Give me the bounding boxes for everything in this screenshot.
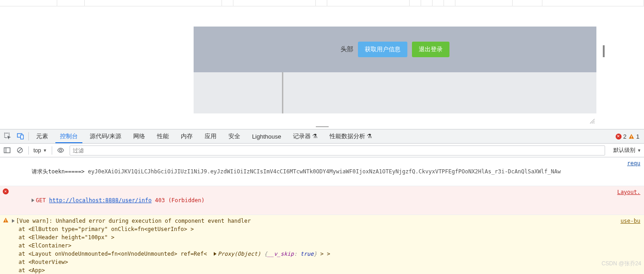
get-user-info-button[interactable]: 获取用户信息 [358,42,407,57]
svg-point-9 [60,149,62,151]
app-frame: 头部 获取用户信息 退出登录 [194,6,596,124]
app-sidebar [194,72,283,113]
request-url-link[interactable]: http://localhost:8888/user/info [49,197,152,204]
tab-console[interactable]: 控制台 [55,129,82,143]
resize-handle-vertical[interactable] [603,45,605,57]
app-header: 头部 获取用户信息 退出登录 [194,27,596,72]
log-message: [Vue warn]: Unhandled error during execu… [12,217,618,274]
warning-badge-icon [628,134,634,140]
console-toolbar: top▼ 默认级别▼ [0,144,644,157]
devtools-splitter[interactable] [0,124,644,129]
sidebar-toggle-icon[interactable] [3,146,11,155]
tab-performance[interactable]: 性能 [152,129,173,143]
context-selector[interactable]: top▼ [33,147,47,154]
filter-input[interactable] [70,145,605,156]
tab-lighthouse[interactable]: Lighthouse [248,130,286,143]
log-level-selector[interactable]: 默认级别▼ [613,146,641,154]
svg-rect-2 [21,135,23,139]
tab-sources[interactable]: 源代码/来源 [85,129,126,143]
svg-rect-3 [631,135,632,137]
devtools-tab-bar: 元素 控制台 源代码/来源 网络 性能 内存 应用 安全 Lighthouse … [0,129,644,144]
svg-line-8 [18,149,22,152]
warning-icon [3,217,9,226]
log-message: 请求头toekn=====> eyJ0eXAiOiJKV1QiLCJhbGciO… [12,159,624,184]
error-icon: ✕ [3,188,9,194]
flask-icon: ⚗ [367,133,372,140]
source-link[interactable]: Layout. [617,188,640,196]
logout-button[interactable]: 退出登录 [412,42,449,57]
console-log-row[interactable]: 请求头toekn=====> eyJ0eXAiOiJKV1QiLCJhbGciO… [0,157,644,186]
inspect-icon[interactable] [3,131,13,141]
svg-rect-5 [4,148,10,153]
error-badge-icon: ✕ [616,134,622,140]
flask-icon: ⚗ [312,133,318,140]
svg-rect-11 [5,221,5,222]
tab-recorder[interactable]: 记录器⚗ [288,129,322,143]
console-warning-row[interactable]: [Vue warn]: Unhandled error during execu… [0,215,644,274]
error-count: 2 [623,133,627,140]
tab-network[interactable]: 网络 [129,129,150,143]
header-label: 头部 [341,45,353,54]
svg-rect-10 [5,220,5,221]
live-expression-icon[interactable] [57,146,65,155]
source-link[interactable]: use-bu [621,217,640,225]
log-message: GET http://localhost:8888/user/info 403 … [12,188,614,213]
tab-perf-insights[interactable]: 性能数据分析⚗ [325,129,377,143]
tab-memory[interactable]: 内存 [176,129,197,143]
tab-application[interactable]: 应用 [200,129,221,143]
tab-elements[interactable]: 元素 [32,129,53,143]
filter-field[interactable] [70,145,605,156]
app-preview-pane: 头部 获取用户信息 退出登录 [0,6,644,124]
device-toggle-icon[interactable] [16,131,26,141]
clear-console-icon[interactable] [16,146,24,155]
tab-security[interactable]: 安全 [224,129,245,143]
expand-toggle-icon[interactable] [32,199,34,202]
console-error-row[interactable]: ✕ GET http://localhost:8888/user/info 40… [0,186,644,215]
resize-handle-corner[interactable] [589,118,595,124]
app-main [283,72,596,113]
warning-count: 1 [636,133,639,140]
console-output: 请求头toekn=====> eyJ0eXAiOiJKV1QiLCJhbGciO… [0,157,644,274]
issue-counts[interactable]: ✕ 2 1 [616,133,641,140]
app-body [194,72,596,113]
top-grid-row [0,0,644,6]
svg-rect-4 [631,137,632,138]
source-link[interactable]: requ [627,159,640,167]
expand-toggle-icon[interactable] [12,219,15,223]
